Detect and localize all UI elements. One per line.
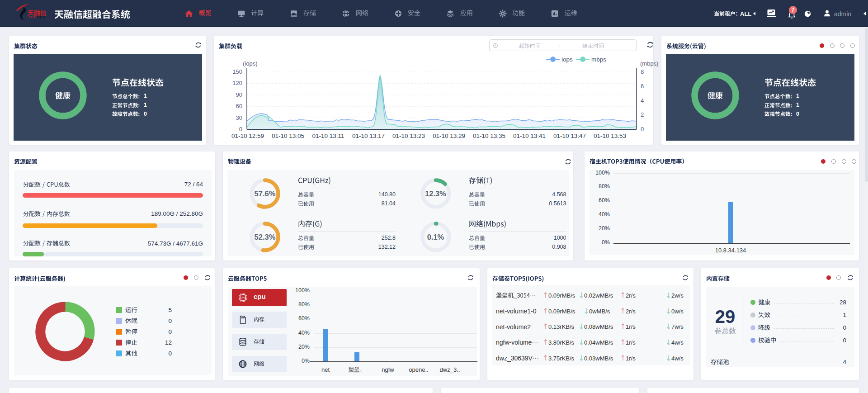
svg-text:CPU: CPU bbox=[241, 297, 245, 299]
